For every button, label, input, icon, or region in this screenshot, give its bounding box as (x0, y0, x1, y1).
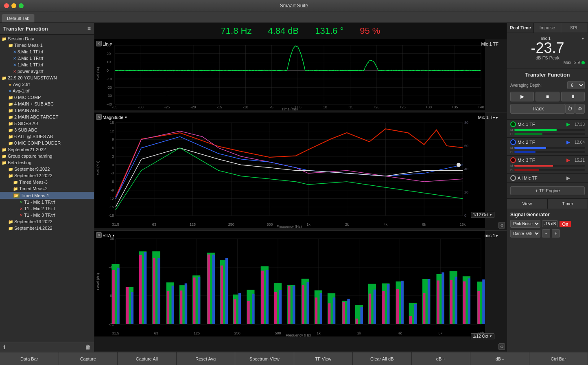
window-controls[interactable] (4, 3, 24, 8)
sidebar-tree[interactable]: 📁Session Data📁Timed Meas-1✕3.Mic 1 TF.tr… (0, 35, 94, 342)
engine-name: Mic 1 TF (518, 122, 565, 127)
tree-item-power-avg[interactable]: ✕power avg.trf (0, 68, 94, 75)
tree-item-beta-testing[interactable]: 📁Beta testing (0, 159, 94, 166)
chart1-close[interactable]: ✕ (96, 41, 102, 46)
center-content: 71.8 Hz 4.84 dB 131.6 ° 95 % ✕ Lin▼ Mic … (94, 23, 507, 352)
view-button[interactable]: View (507, 199, 548, 209)
tree-item-t1-mic2[interactable]: ✕T1 - Mic 2 TF.trf (0, 205, 94, 212)
tab-spl[interactable]: SPL (561, 23, 588, 33)
chart2-close[interactable]: ✕ (96, 114, 102, 120)
right-panel: Real Time Impulse SPL mic 1 ▼ -23.7 dB F… (507, 23, 588, 352)
sig-gen-type[interactable]: Pink Noise (510, 220, 540, 228)
tree-item-0mic-comp-louder[interactable]: 📁0 MIC COMP LOUDER (0, 140, 94, 146)
tree-item-2mic1-trf[interactable]: ✕2.Mic 1 TF.trf (0, 55, 94, 62)
sig-gen-on-btn[interactable]: On (560, 221, 571, 227)
sig-gen-minus-btn[interactable]: - (542, 229, 550, 237)
sig-gen-output[interactable]: Dante 7&8 (510, 230, 540, 237)
clock-btn[interactable]: ⏱ (565, 104, 575, 114)
tree-item-2main-abc-target[interactable]: 📁2 MAIN ABC TARGET (0, 114, 94, 120)
meter-unit: dB FS Peak (510, 55, 585, 60)
tree-item-3mic1-trf[interactable]: ✕3.Mic 1 TF.trf (0, 48, 94, 55)
timer-button[interactable]: Timer (548, 199, 588, 209)
tree-item-4main-sub[interactable]: 📁4 MAIN + SUB ABC (0, 101, 94, 107)
settings-btn[interactable]: ⚙ (575, 104, 585, 114)
chart3-settings[interactable]: ⚙ (498, 343, 505, 350)
tf-play-btn[interactable]: ▶ (510, 92, 534, 101)
chart-magnitude: ✕ Magnitude▼ Mic 1 TF▼ 1/12 Oct▼ ⚙ (94, 112, 507, 231)
tf-title: Transfer Function (510, 72, 585, 78)
engine-play-btn[interactable]: ▶ (566, 139, 570, 145)
default-tab[interactable]: Default Tab (2, 14, 35, 22)
engine-play-btn[interactable]: ▶ (566, 175, 570, 181)
averaging-label: Averaging Depth: (510, 83, 542, 88)
chart3-close[interactable]: ✕ (96, 232, 102, 238)
toolbar-btn-reset-avg[interactable]: Reset Avg (177, 352, 236, 365)
chart-lin: ✕ Lin▼ Mic 1 TF (94, 39, 507, 112)
tree-item-5sides-ab[interactable]: 📁5 SIDES AB (0, 120, 94, 127)
toolbar-btn-data-bar[interactable]: Data Bar (0, 352, 59, 365)
tree-item-t1-mic1[interactable]: ✕T1 - Mic 1 TF.trf (0, 199, 94, 205)
tf-stop-btn[interactable]: ■ (536, 92, 559, 101)
tree-item-timed-meas-1b[interactable]: 📂Timed Meas-1 (0, 192, 94, 199)
tree-item-session-data[interactable]: 📁Session Data (0, 35, 94, 42)
info-button[interactable]: ℹ (3, 344, 5, 350)
toolbar-btn-clear-all-db[interactable]: Clear All dB (353, 352, 412, 365)
tree-item-sep12-2022[interactable]: 📁September12.2022 (0, 172, 94, 179)
toolbar-btn-db-+[interactable]: dB + (412, 352, 471, 365)
tab-impulse[interactable]: Impulse (534, 23, 561, 33)
tab-realtime[interactable]: Real Time (507, 23, 534, 33)
engine-value: 17.33 (572, 122, 585, 127)
toolbar-btn-capture[interactable]: Capture (59, 352, 118, 365)
add-tf-button[interactable]: + TF Engine (510, 186, 585, 195)
tree-item-1main-abc[interactable]: 📁1 MAIN ABC (0, 107, 94, 114)
minimize-button[interactable] (11, 3, 16, 8)
main-layout: Transfer Function ≡ 📁Session Data📁Timed … (0, 23, 588, 352)
toolbar-btn-capture-all[interactable]: Capture All (118, 352, 177, 365)
engine-indicator (510, 175, 516, 181)
tree-item-timed-meas-3[interactable]: 📁Timed Meas-3 (0, 179, 94, 185)
tree-item-6all-sides[interactable]: 📁6 ALL @ SIDES AB (0, 133, 94, 140)
tree-item-timed-meas-2[interactable]: 📁Timed Meas-2 (0, 185, 94, 192)
tree-item-0mic-comp[interactable]: 📁0 MIC COMP (0, 94, 94, 101)
tree-item-sep13-2022[interactable]: 📁September13.2022 (0, 218, 94, 225)
freq-db: 4.84 dB (268, 26, 299, 36)
bottom-toolbar: Data BarCaptureCapture AllReset AvgSpect… (0, 352, 588, 365)
tree-item-avg2[interactable]: ★Avg-2.trf (0, 81, 94, 88)
freq-bar: 71.8 Hz 4.84 dB 131.6 ° 95 % (94, 23, 507, 39)
maximize-button[interactable] (19, 3, 24, 8)
track-btn[interactable]: Track (510, 104, 565, 114)
tree-item-group-capture[interactable]: 📁Group capture naming (0, 153, 94, 159)
toolbar-btn-db--[interactable]: dB - (470, 352, 529, 365)
tree-item-youngstown[interactable]: 📁22.9.20 YOUNGSTOWN (0, 75, 94, 81)
toolbar-btn-ctrl-bar[interactable]: Ctrl Bar (529, 352, 588, 365)
toolbar-btn-spectrum-view[interactable]: Spectrum View (235, 352, 294, 365)
engine-play-btn[interactable]: ▶ (566, 157, 570, 163)
tree-item-1mic1-trf[interactable]: ✕1.Mic 1 TF.trf (0, 62, 94, 68)
meter-section: mic 1 ▼ -23.7 dB FS Peak Max -2.9 (507, 33, 588, 68)
sidebar-menu-icon[interactable]: ≡ (87, 25, 91, 32)
toolbar-btn-tf-view[interactable]: TF View (294, 352, 353, 365)
delete-button[interactable]: 🗑 (85, 344, 91, 350)
averaging-select[interactable]: 6312 (567, 81, 585, 89)
close-button[interactable] (4, 3, 9, 8)
sig-gen-plus-btn[interactable]: + (552, 229, 560, 237)
engine-value: 15.21 (572, 158, 585, 163)
chart2-settings[interactable]: ⚙ (498, 222, 505, 229)
tf-pause-btn[interactable]: ⏸ (561, 92, 585, 101)
engine-row-mic2tf: Mic 2 TF ▶ 12.04 M R (507, 138, 588, 156)
tree-item-t1-mic3[interactable]: ✕T1 - Mic 3 TF.trf (0, 212, 94, 218)
tree-item-sep9-2022[interactable]: 📁September9.2022 (0, 166, 94, 172)
tree-item-sep14-2022[interactable]: 📁September14.2022 (0, 225, 94, 231)
chart3-oct-badge[interactable]: 1/12 Oct▼ (471, 333, 494, 339)
engine-play-btn[interactable]: ▶ (566, 121, 570, 127)
tf-section: Transfer Function Averaging Depth: 6312 … (507, 68, 588, 120)
tree-item-3sub-abc[interactable]: 📁3 SUB ABC (0, 127, 94, 133)
chart2-oct-badge[interactable]: 1/12 Oct▼ (471, 212, 494, 218)
tree-item-sep21-2022[interactable]: 📁September21.2022 (0, 146, 94, 153)
tree-item-avg1[interactable]: ✕Avg-1.trf (0, 88, 94, 94)
chart1-label: Lin▼ (103, 42, 113, 46)
sidebar-footer: ℹ 🗑 (0, 342, 94, 352)
mic-dropdown-arrow[interactable]: ▼ (581, 37, 585, 41)
meter-value: -23.7 (510, 41, 585, 55)
tree-item-timed-meas-1[interactable]: 📁Timed Meas-1 (0, 42, 94, 48)
